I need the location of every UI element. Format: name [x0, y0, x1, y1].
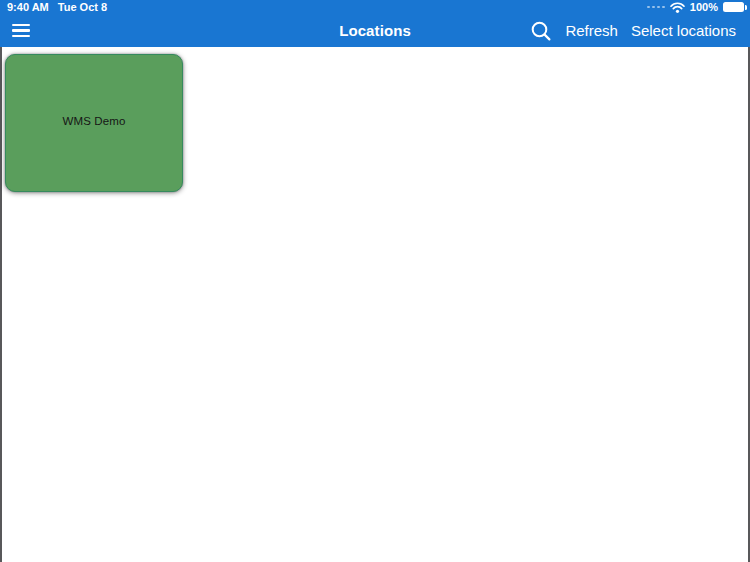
cellular-signal-icon: [647, 6, 665, 9]
battery-percent: 100%: [690, 1, 718, 13]
status-date: Tue Oct 8: [58, 0, 107, 14]
locations-grid: WMS Demo: [0, 47, 750, 562]
status-left: 9:40 AM Tue Oct 8: [7, 0, 107, 14]
search-button[interactable]: [530, 20, 552, 42]
nav-bar: Locations Refresh Select locations: [0, 14, 750, 47]
hamburger-icon: [12, 24, 30, 37]
status-time: 9:40 AM: [7, 0, 49, 14]
wifi-icon: [670, 2, 685, 13]
location-tile-label: WMS Demo: [63, 115, 126, 127]
refresh-button[interactable]: Refresh: [565, 14, 618, 47]
status-bar: 9:40 AM Tue Oct 8 100%: [0, 0, 750, 14]
search-icon: [530, 20, 552, 42]
location-tile[interactable]: WMS Demo: [5, 54, 183, 192]
hamburger-menu-button[interactable]: [10, 20, 32, 41]
app-window: 9:40 AM Tue Oct 8 100% Locations: [0, 0, 750, 562]
battery-icon: [723, 2, 744, 12]
select-locations-button[interactable]: Select locations: [631, 14, 736, 47]
page-title: Locations: [339, 22, 411, 39]
status-right: 100%: [647, 1, 744, 13]
nav-actions: Refresh Select locations: [530, 14, 736, 47]
